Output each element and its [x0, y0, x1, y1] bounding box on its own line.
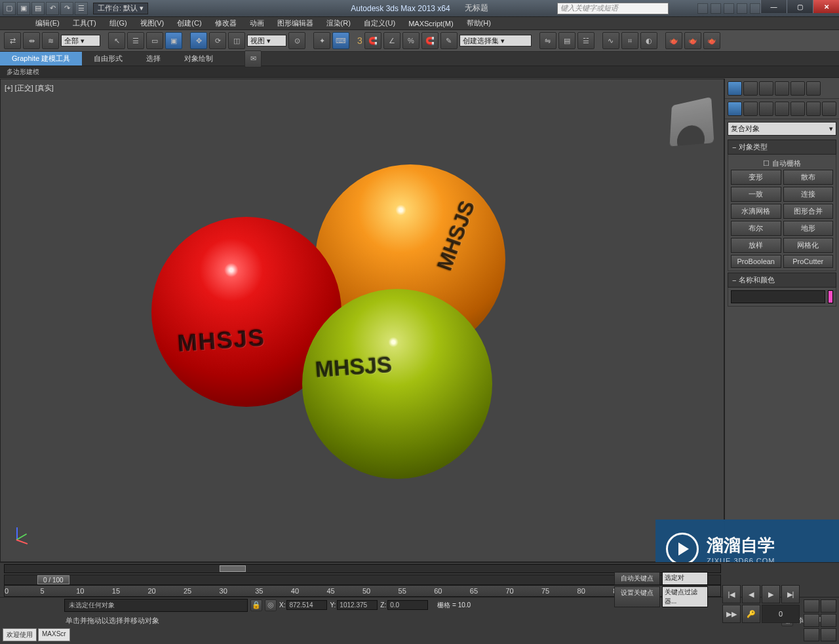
menu-views[interactable]: 视图(V) [134, 16, 171, 30]
btn-scatter[interactable]: 散布 [783, 170, 834, 185]
manipulate-icon[interactable]: ✦ [313, 32, 330, 49]
tab-freeform[interactable]: 自由形式 [82, 52, 134, 66]
select-by-name-icon[interactable]: ☰ [127, 32, 144, 49]
auto-grid-checkbox[interactable]: ☐ 自动栅格 [731, 157, 833, 170]
menu-create[interactable]: 创建(C) [170, 16, 208, 30]
time-slider-handle[interactable]: 0 / 100 [37, 575, 69, 584]
redo-icon[interactable]: ↷ [60, 2, 73, 15]
systems-icon[interactable] [822, 102, 836, 116]
btn-morph[interactable]: 变形 [731, 170, 781, 185]
align-icon[interactable]: ▤ [558, 32, 576, 49]
sphere-green[interactable]: MHSJS [302, 289, 492, 479]
viewport[interactable]: [+] [正交] [真实] MHSJS MHSJS MHSJS [0, 79, 724, 562]
link-icon[interactable]: ⇄ [4, 32, 21, 49]
category-dropdown[interactable]: 复合对象▾ [728, 122, 836, 136]
hierarchy-tab-icon[interactable] [759, 81, 773, 96]
btn-mesher[interactable]: 网格化 [783, 238, 834, 253]
favorites-icon[interactable] [737, 3, 747, 14]
menu-help[interactable]: 帮助(H) [460, 16, 498, 30]
close-button[interactable]: ✕ [813, 0, 839, 13]
goto-end-icon[interactable]: ▶▶ [722, 605, 741, 623]
spinner-snap-icon[interactable]: 🧲 [421, 32, 439, 49]
schematic-view-icon[interactable]: ⌗ [621, 32, 638, 49]
menu-rendering[interactable]: 渲染(R) [320, 16, 357, 30]
spacewarps-icon[interactable] [806, 102, 821, 116]
set-key-button[interactable]: 设置关键点 [614, 586, 660, 607]
workspace-dropdown[interactable]: 工作台: 默认 ▾ [93, 3, 148, 14]
rendered-frame-icon[interactable]: 🫖 [684, 32, 701, 49]
coord-x-value[interactable]: 872.514 [286, 600, 327, 610]
cameras-icon[interactable] [775, 102, 789, 116]
lights-icon[interactable] [759, 102, 773, 116]
maximize-button[interactable]: ▢ [787, 0, 813, 13]
save-file-icon[interactable]: ▤ [31, 2, 45, 15]
next-frame-icon[interactable]: ▶| [781, 585, 800, 603]
subscription-icon[interactable] [711, 3, 721, 14]
object-color-swatch[interactable] [828, 290, 833, 303]
viewport-scroll-x[interactable] [4, 564, 721, 573]
snap-toggle-icon[interactable]: 🧲 [364, 32, 381, 49]
named-selection-dropdown[interactable]: 创建选择集 ▾ [459, 35, 532, 47]
listener-welcome[interactable]: 欢迎使用 [3, 628, 37, 641]
tab-selection[interactable]: 选择 [134, 52, 172, 66]
current-frame-input[interactable]: 0 [762, 605, 800, 623]
menu-animation[interactable]: 动画 [243, 16, 271, 30]
orbit-icon[interactable] [821, 628, 836, 641]
coord-y-value[interactable]: 1012.375 [337, 600, 378, 610]
layers-icon[interactable]: ☱ [577, 32, 595, 49]
new-file-icon[interactable]: ▢ [3, 2, 16, 15]
exchange-icon[interactable] [724, 3, 734, 14]
menu-graph-editors[interactable]: 图形编辑器 [271, 16, 320, 30]
listener-label[interactable]: MAXScr [38, 628, 70, 641]
key-mode-icon[interactable]: 🔑 [742, 605, 760, 623]
angle-snap-icon[interactable]: ∠ [383, 32, 400, 49]
open-file-icon[interactable]: ▣ [17, 2, 30, 15]
material-editor-icon[interactable]: ◐ [640, 32, 657, 49]
rotate-icon[interactable]: ⟳ [209, 32, 226, 49]
move-icon[interactable]: ✥ [190, 32, 207, 49]
isolate-icon[interactable]: ◎ [265, 599, 277, 611]
btn-terrain[interactable]: 地形 [783, 221, 834, 236]
tab-graphite[interactable]: Graphite 建模工具 [0, 52, 82, 66]
name-color-header[interactable]: − 名称和颜色 [728, 273, 836, 288]
helpers-icon[interactable] [790, 102, 805, 116]
coord-z-value[interactable]: 0.0 [387, 600, 428, 610]
btn-procutter[interactable]: ProCutter [783, 255, 834, 268]
project-icon[interactable]: ☰ [75, 2, 88, 15]
utilities-tab-icon[interactable] [806, 81, 821, 96]
minimize-button[interactable]: — [760, 0, 787, 13]
btn-blobmesh[interactable]: 水滴网格 [731, 204, 781, 219]
selection-filter-dropdown[interactable]: 全部 ▾ [61, 35, 100, 47]
btn-shapemerge[interactable]: 图形合并 [783, 204, 834, 219]
object-name-input[interactable] [731, 290, 825, 303]
menu-maxscript[interactable]: MAXScript(M) [402, 18, 459, 29]
reference-coord-dropdown[interactable]: 视图 ▾ [247, 35, 286, 47]
render-production-icon[interactable]: 🫖 [703, 32, 720, 49]
menu-customize[interactable]: 自定义(U) [357, 16, 402, 30]
menu-tools[interactable]: 工具(T) [66, 16, 103, 30]
btn-proboolean[interactable]: ProBoolean [731, 255, 781, 268]
tab-object-paint[interactable]: 对象绘制 [172, 52, 225, 66]
display-tab-icon[interactable] [790, 81, 805, 96]
time-ruler[interactable]: 0 5 10 15 20 25 30 35 40 45 50 55 60 65 … [4, 585, 721, 597]
create-tab-icon[interactable] [728, 81, 742, 96]
scale-icon[interactable]: ◫ [228, 32, 245, 49]
prev-frame-icon[interactable]: ◀ [742, 585, 760, 603]
btn-loft[interactable]: 放样 [731, 238, 781, 253]
lock-selection-icon[interactable]: 🔒 [250, 599, 262, 611]
modify-tab-icon[interactable] [743, 81, 758, 96]
zoom-icon[interactable] [804, 599, 819, 613]
btn-boolean[interactable]: 布尔 [731, 221, 781, 236]
mirror-icon[interactable]: ⇋ [539, 32, 556, 49]
bind-spacewarp-icon[interactable]: ≋ [42, 32, 59, 49]
select-icon[interactable]: ↖ [108, 32, 125, 49]
menu-group[interactable]: 组(G) [103, 16, 134, 30]
zoom-all-icon[interactable] [821, 599, 836, 613]
rectangular-region-icon[interactable]: ▭ [146, 32, 163, 49]
fov-icon[interactable] [821, 614, 836, 627]
menu-edit[interactable]: 编辑(E) [29, 16, 66, 30]
auto-key-button[interactable]: 自动关键点 [614, 572, 660, 585]
goto-start-icon[interactable]: |◀ [722, 585, 741, 603]
pan-icon[interactable] [804, 628, 819, 641]
key-filters-button[interactable]: 关键点过滤器... [662, 586, 708, 607]
